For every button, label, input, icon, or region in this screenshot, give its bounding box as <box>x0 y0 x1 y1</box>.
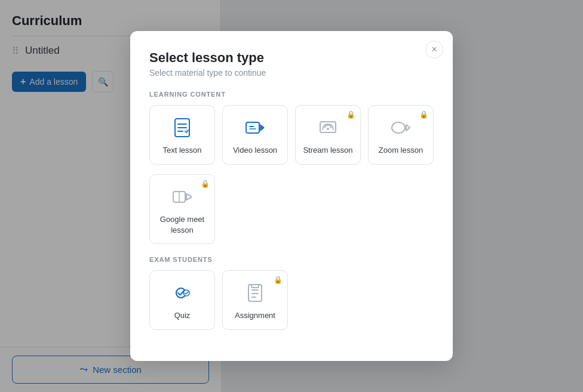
svg-point-4 <box>184 129 189 134</box>
quiz-card[interactable]: Quiz <box>149 270 215 330</box>
modal-overlay: × Select lesson type Select material typ… <box>0 0 583 392</box>
stream-lesson-icon <box>317 116 339 139</box>
exam-students-label: EXAM STUDENTS <box>149 256 434 263</box>
zoom-lock-icon: 🔒 <box>419 110 428 119</box>
svg-marker-6 <box>260 125 264 131</box>
zoom-lesson-card[interactable]: 🔒 Zoom lesson <box>368 105 434 165</box>
text-lesson-icon <box>171 116 194 139</box>
video-lesson-icon <box>244 116 266 139</box>
text-lesson-label: Text lesson <box>162 145 201 156</box>
svg-rect-11 <box>392 122 405 133</box>
quiz-label: Quiz <box>174 310 191 321</box>
assignment-card[interactable]: 🔒 Assignment <box>222 270 288 330</box>
svg-marker-15 <box>186 194 191 200</box>
select-lesson-modal: × Select lesson type Select material typ… <box>130 31 453 361</box>
learning-content-label: LEARNING CONTENT <box>149 91 434 98</box>
learning-content-grid: Text lesson Video lesson 🔒 <box>149 105 434 165</box>
svg-point-10 <box>327 128 329 130</box>
quiz-icon <box>171 282 194 304</box>
stream-lesson-label: Stream lesson <box>303 145 352 156</box>
google-meet-icon <box>171 186 194 208</box>
assignment-label: Assignment <box>235 310 275 321</box>
stream-lock-icon: 🔒 <box>346 110 355 119</box>
extra-cards-grid: 🔒 Google meet lesson <box>149 174 434 244</box>
zoom-lesson-label: Zoom lesson <box>379 145 423 156</box>
modal-subtitle: Select material type to continue <box>149 68 434 78</box>
stream-lesson-card[interactable]: 🔒 Stream lesson <box>295 105 361 165</box>
exam-cards-grid: Quiz 🔒 Assignment <box>149 270 434 330</box>
text-lesson-card[interactable]: Text lesson <box>149 105 215 165</box>
google-meet-card[interactable]: 🔒 Google meet lesson <box>149 174 215 244</box>
svg-rect-5 <box>246 122 259 133</box>
video-lesson-card[interactable]: Video lesson <box>222 105 288 165</box>
google-meet-lock-icon: 🔒 <box>201 180 210 188</box>
assignment-lock-icon: 🔒 <box>274 276 283 284</box>
google-meet-label: Google meet lesson <box>156 214 208 235</box>
close-button[interactable]: × <box>425 41 443 58</box>
assignment-icon <box>244 282 266 304</box>
modal-title: Select lesson type <box>149 50 434 66</box>
video-lesson-label: Video lesson <box>233 145 277 156</box>
svg-marker-12 <box>406 125 410 131</box>
zoom-lesson-icon <box>389 116 412 139</box>
